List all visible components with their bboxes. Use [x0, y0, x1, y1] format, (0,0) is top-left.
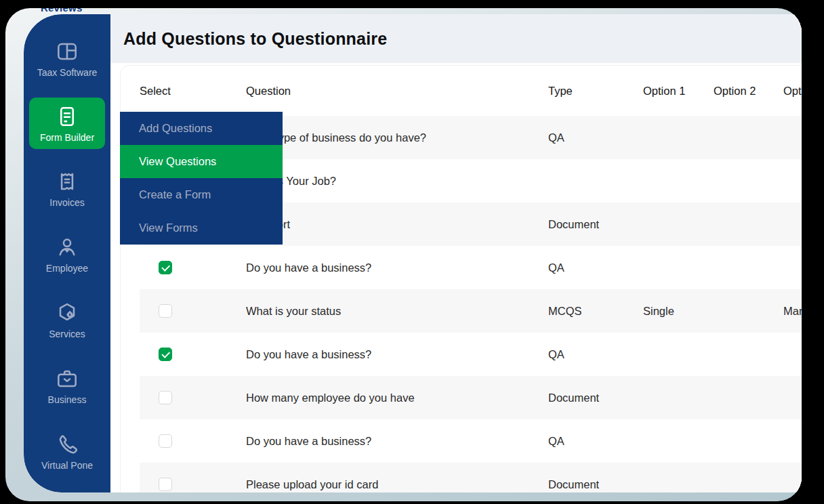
- submenu-item-view-questions[interactable]: View Questions: [120, 145, 283, 178]
- sidebar: Taax Software Form Builder Invoices Empl…: [24, 14, 110, 492]
- cell-type: QA: [548, 261, 643, 274]
- sidebar-item-invoices[interactable]: Invoices: [29, 162, 105, 215]
- app-window: Taax Software Form Builder Invoices Empl…: [24, 14, 802, 492]
- sidebar-item-business[interactable]: Business: [29, 359, 105, 412]
- cell-type: Document: [548, 218, 643, 231]
- submenu-item-add-questions[interactable]: Add Questions: [120, 112, 283, 145]
- cell-question: Do you have a business?: [246, 348, 548, 361]
- cell-type: Document: [548, 478, 643, 491]
- submenu-item-view-forms[interactable]: View Forms: [120, 211, 283, 245]
- hexagon-gear-icon: [54, 300, 80, 326]
- row-checkbox[interactable]: [159, 348, 172, 361]
- row-checkbox[interactable]: [159, 304, 172, 318]
- main-content: Add Questions to Questionnaire SelectQue…: [110, 14, 802, 492]
- table-row: Please upload your id card Document: [140, 463, 802, 492]
- column-header: Select: [140, 85, 246, 98]
- title-bar: Add Questions to Questionnaire: [110, 14, 802, 63]
- cell-type: QA: [548, 131, 643, 144]
- form-document-icon: [54, 104, 80, 129]
- backdrop: Reviews Taax Software Form Builder Invoi…: [5, 8, 802, 501]
- page-title: Add Questions to Questionnaire: [123, 29, 387, 49]
- column-header: Option 1: [643, 85, 714, 98]
- cell-question: How many employee do you have: [246, 392, 548, 404]
- column-header: Type: [548, 85, 643, 98]
- receipt-icon: [54, 169, 80, 194]
- cell-option3: Married: [783, 305, 802, 318]
- cell-question: What is Your Job?: [246, 175, 548, 188]
- row-checkbox[interactable]: [159, 261, 172, 274]
- cell-question: Do you have a business?: [246, 261, 548, 274]
- sidebar-item-form-builder[interactable]: Form Builder: [29, 98, 105, 149]
- background-nav-item-reviews: Reviews: [41, 8, 82, 14]
- row-checkbox[interactable]: [159, 391, 172, 404]
- table-row: Do you have a business? QA: [140, 419, 802, 463]
- cell-question: Please upload your id card: [246, 478, 548, 491]
- cell-question: Passport: [246, 218, 548, 231]
- cell-option1: Single: [643, 305, 714, 318]
- table-row: Do you have a business? QA: [140, 333, 802, 376]
- row-checkbox[interactable]: [159, 478, 172, 491]
- cell-question: What is your status: [246, 305, 548, 318]
- sidebar-item-employee[interactable]: Employee: [29, 228, 105, 280]
- table-header-row: SelectQuestionTypeOption 1Option 2Option…: [140, 66, 802, 116]
- sidebar-item-virtual-pone[interactable]: Virtual Pone: [29, 425, 105, 478]
- row-checkbox[interactable]: [159, 434, 172, 448]
- submenu-item-create-a-form[interactable]: Create a Form: [120, 178, 283, 211]
- cell-type: MCQS: [548, 305, 643, 318]
- briefcase-icon: [54, 366, 80, 392]
- form-builder-submenu: Add QuestionsView QuestionsCreate a Form…: [120, 112, 283, 245]
- sidebar-item-taax-software[interactable]: Taax Software: [29, 32, 105, 85]
- sidebar-item-services[interactable]: Services: [29, 293, 105, 346]
- table-row: What is your status MCQS Single Married: [140, 289, 802, 333]
- phone-icon: [54, 432, 80, 457]
- column-header: Option 2: [714, 85, 783, 98]
- cell-type: Document: [548, 392, 643, 404]
- cell-type: QA: [548, 435, 643, 448]
- grid-window-icon: [54, 39, 80, 64]
- cell-type: QA: [548, 348, 643, 361]
- table-row: Do you have a business? QA: [140, 246, 802, 289]
- cell-question: What type of business do you have?: [246, 131, 548, 144]
- table-row: How many employee do you have Document: [140, 376, 802, 419]
- column-header: Option 3: [783, 85, 802, 98]
- person-tie-icon: [54, 234, 80, 260]
- cell-question: Do you have a business?: [246, 435, 548, 448]
- column-header: Question: [246, 85, 548, 98]
